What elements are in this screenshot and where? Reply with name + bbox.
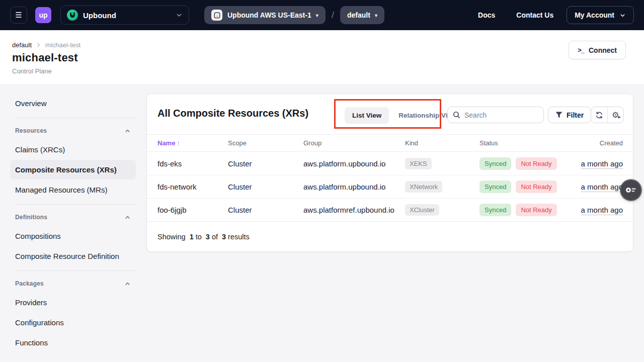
refresh-button[interactable] <box>591 107 607 123</box>
my-account-button[interactable]: My Account <box>567 6 634 24</box>
organization-selector[interactable]: Upbound <box>60 6 189 25</box>
refresh-icon <box>595 111 603 119</box>
upbound-logo[interactable]: up <box>35 7 51 23</box>
connect-label: Connect <box>589 46 617 54</box>
hamburger-menu-button[interactable]: ☰ <box>10 7 27 24</box>
section-label: Definitions <box>15 214 47 221</box>
column-header-status[interactable]: Status <box>479 139 600 147</box>
sidebar-nav: Overview Resources Claims (XRCs) Composi… <box>10 94 136 353</box>
sidebar-item-composite-resource-definition[interactable]: Composite Resource Definition <box>10 246 136 266</box>
chevron-up-icon <box>124 281 131 287</box>
sidebar-section-packages[interactable]: Packages <box>10 276 136 293</box>
my-account-label: My Account <box>575 11 614 19</box>
column-header-name[interactable]: Name↑ <box>157 139 228 147</box>
navbar-links: Docs Contact Us My Account <box>457 6 634 24</box>
sidebar-item-configurations[interactable]: Configurations <box>10 313 136 332</box>
search-icon <box>453 111 460 119</box>
control-plane-group-name: Upbound AWS US-East-1 <box>227 11 311 19</box>
table-header-row: Name↑ Scope Group Kind Status Created <box>147 134 633 152</box>
created-timestamp[interactable]: a month ago <box>581 183 623 192</box>
chevron-down-icon <box>619 12 626 19</box>
auto-refresh-settings-button[interactable]: ⚙ ▶ <box>607 107 624 123</box>
cell-group: aws.platformref.upbound.io <box>303 206 405 214</box>
kind-badge: XNetwork <box>405 181 442 193</box>
column-header-scope[interactable]: Scope <box>228 139 303 147</box>
namespace-selector[interactable]: default ▾ <box>340 6 384 24</box>
sidebar-item-providers[interactable]: Providers <box>10 293 136 312</box>
table-row[interactable]: fds-eks Cluster aws.platform.upbound.io … <box>147 152 633 175</box>
cell-scope: Cluster <box>228 206 303 214</box>
status-badge-synced: Synced <box>479 204 511 216</box>
breadcrumb-default[interactable]: default <box>12 41 32 49</box>
table-actions-group: ⚙ ▶ <box>591 107 624 123</box>
created-timestamp[interactable]: a month ago <box>581 159 623 169</box>
chevron-right-icon <box>36 42 41 48</box>
docs-link[interactable]: Docs <box>478 11 495 19</box>
filter-funnel-icon <box>555 112 562 118</box>
sidebar-item-composite-resources[interactable]: Composite Resources (XRs) <box>10 160 136 179</box>
sort-ascending-icon: ↑ <box>177 140 180 147</box>
chevron-up-icon <box>124 214 131 221</box>
upbound-org-icon <box>67 10 78 21</box>
sidebar-divider <box>15 118 136 118</box>
chevron-down-icon <box>176 12 183 19</box>
column-header-created[interactable]: Created <box>600 139 623 147</box>
chevron-up-icon <box>124 128 131 134</box>
sidebar-item-compositions[interactable]: Compositions <box>10 226 136 246</box>
sidebar-item-managed-resources[interactable]: Managed Resources (MRs) <box>10 180 136 200</box>
sidebar-item-overview[interactable]: Overview <box>10 94 136 113</box>
control-plane-icon <box>211 10 222 21</box>
play-icon: ▶ <box>618 115 621 119</box>
section-label: Packages <box>15 280 44 287</box>
list-view-tab[interactable]: List View <box>345 107 389 124</box>
namespace-name: default <box>347 11 370 19</box>
sidebar-item-claims[interactable]: Claims (XRCs) <box>10 140 136 159</box>
filter-button[interactable]: Filter <box>548 107 591 123</box>
search-input[interactable] <box>464 111 535 119</box>
filter-label: Filter <box>567 111 584 119</box>
column-header-kind[interactable]: Kind <box>405 139 479 147</box>
feedback-widget-icon <box>625 186 636 195</box>
page-header: default michael-test michael-test Contro… <box>0 30 644 85</box>
sidebar-section-definitions[interactable]: Definitions <box>10 209 136 226</box>
kind-badge: XCluster <box>405 204 439 216</box>
results-from: 1 <box>190 233 194 241</box>
cell-group: aws.platform.upbound.io <box>303 183 405 191</box>
table-row[interactable]: fds-network Cluster aws.platform.upbound… <box>147 175 633 198</box>
results-to: 3 <box>206 233 210 241</box>
cell-scope: Cluster <box>228 183 303 191</box>
top-navbar: ☰ up Upbound Upbound AWS US-East-1 ▾ / d… <box>0 0 644 30</box>
status-badge-not-ready: Not Ready <box>516 157 556 170</box>
view-toggle: List View Relationship View <box>345 107 460 124</box>
search-box[interactable] <box>447 107 544 123</box>
table-results-summary: Showing 1 to 3 of 3 results <box>147 221 633 252</box>
caret-down-icon: ▾ <box>375 13 377 18</box>
feedback-widget-button[interactable] <box>621 180 641 200</box>
status-badge-synced: Synced <box>479 180 511 193</box>
cell-name[interactable]: fds-network <box>157 183 228 191</box>
breadcrumb: default michael-test <box>12 41 80 49</box>
breadcrumb-separator: / <box>332 10 334 21</box>
sidebar-divider <box>15 270 136 271</box>
cell-scope: Cluster <box>228 159 303 168</box>
kind-badge: XEKS <box>405 158 432 169</box>
cell-name[interactable]: fds-eks <box>157 159 228 168</box>
hamburger-icon: ☰ <box>15 11 22 20</box>
breadcrumb-current: michael-test <box>45 41 80 49</box>
table-row[interactable]: foo-6jgjb Cluster aws.platformref.upboun… <box>147 198 633 221</box>
organization-name: Upbound <box>83 11 116 20</box>
page-subtitle: Control Plane <box>12 67 52 75</box>
sidebar-item-functions[interactable]: Functions <box>10 333 136 352</box>
composite-resources-panel: All Composite Resources (XRs) List View … <box>146 94 633 252</box>
cell-group: aws.platform.upbound.io <box>303 159 405 168</box>
sidebar-section-resources[interactable]: Resources <box>10 123 136 140</box>
terminal-icon: >_ <box>578 46 584 54</box>
created-timestamp[interactable]: a month ago <box>581 206 623 215</box>
column-header-group[interactable]: Group <box>303 139 405 147</box>
logo-text: up <box>39 11 47 19</box>
sidebar-divider <box>15 204 136 205</box>
cell-name[interactable]: foo-6jgjb <box>157 206 228 214</box>
connect-button[interactable]: >_ Connect <box>569 41 626 59</box>
contact-us-link[interactable]: Contact Us <box>516 11 553 19</box>
control-plane-group-selector[interactable]: Upbound AWS US-East-1 ▾ <box>204 6 326 24</box>
